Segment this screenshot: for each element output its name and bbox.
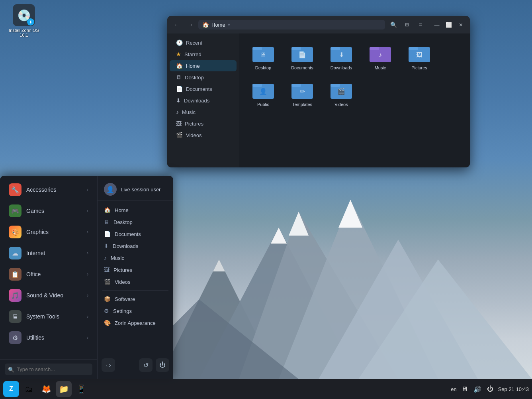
app-software-icon: 📦 xyxy=(104,296,111,302)
app-cat-systemtools[interactable]: 🖥 System Tools › xyxy=(2,306,95,327)
app-cat-graphics-chevron: › xyxy=(87,229,88,235)
app-search-input[interactable] xyxy=(5,364,92,375)
app-zorin-appearance[interactable]: 🎨 Zorin Appearance xyxy=(98,317,173,329)
fm-desktop-label: Desktop xyxy=(185,75,204,81)
app-cat-accessories-icon: 🔧 xyxy=(9,183,22,196)
app-menu-categories-panel: 🔧 Accessories › 🎮 Games › 🎨 Graphics › xyxy=(0,176,98,379)
fm-pictures-icon: 🖼 xyxy=(176,120,182,127)
app-user-name: Live session user xyxy=(121,187,160,193)
svg-text:🎬: 🎬 xyxy=(337,88,345,95)
fm-sidebar-music[interactable]: ♪ Music xyxy=(170,106,237,118)
fm-minimize-button[interactable]: — xyxy=(432,20,442,30)
fm-recent-icon: 🕐 xyxy=(176,39,183,46)
fm-sidebar-documents[interactable]: 📄 Documents xyxy=(170,83,237,94)
install-zorin-icon-image: 💿 ⬇ xyxy=(13,4,35,26)
app-session-button[interactable]: ⇨ xyxy=(102,358,115,372)
fm-folder-music[interactable]: ♪ Music xyxy=(362,40,398,73)
fm-folder-templates-label: Templates xyxy=(292,102,312,107)
fm-folder-downloads-icon: ⬇ xyxy=(330,43,353,64)
app-cat-soundvideo[interactable]: 🎵 Sound & Video › xyxy=(2,285,95,306)
app-cat-games-left: 🎮 Games xyxy=(9,204,44,217)
app-cat-graphics[interactable]: 🎨 Graphics › xyxy=(2,222,95,242)
fm-view-toggle-button[interactable]: ≡ xyxy=(415,19,426,30)
app-place-videos[interactable]: 🎬 Videos xyxy=(98,276,173,288)
app-menu-divider xyxy=(102,290,168,291)
app-menu: 🔧 Accessories › 🎮 Games › 🎨 Graphics › xyxy=(0,176,173,379)
fm-sidebar-recent[interactable]: 🕐 Recent xyxy=(170,37,237,48)
app-cat-office[interactable]: 📋 Office › xyxy=(2,264,95,285)
taskbar-power-button[interactable]: ⏻ xyxy=(485,384,495,394)
svg-text:⬇: ⬇ xyxy=(339,51,344,58)
fm-folder-videos[interactable]: 🎬 Videos xyxy=(323,77,359,110)
app-place-documents-icon: 📄 xyxy=(104,231,111,237)
fm-pictures-label: Pictures xyxy=(185,121,203,127)
taskbar-files-button[interactable]: 🗂 xyxy=(21,381,37,397)
fm-forward-button[interactable]: → xyxy=(185,19,196,30)
svg-rect-15 xyxy=(291,47,301,50)
svg-text:👤: 👤 xyxy=(259,88,267,95)
app-settings-icon: ⚙ xyxy=(104,308,109,314)
app-cat-games[interactable]: 🎮 Games › xyxy=(2,200,95,221)
app-cat-soundvideo-chevron: › xyxy=(87,293,88,298)
fm-location-bar[interactable]: 🏠 Home ▾ xyxy=(198,20,385,29)
fm-folder-documents[interactable]: 📄 Documents xyxy=(284,40,320,73)
fm-folder-public[interactable]: 👤 Public xyxy=(245,77,281,110)
app-place-downloads[interactable]: ⬇ Downloads xyxy=(98,240,173,252)
svg-rect-30 xyxy=(291,84,301,87)
app-cat-accessories[interactable]: 🔧 Accessories › xyxy=(2,179,95,200)
taskbar-sound-button[interactable]: 🔊 xyxy=(473,384,482,394)
app-system-software[interactable]: 📦 Software xyxy=(98,293,173,305)
taskbar-zorin-button[interactable]: Z xyxy=(3,381,19,397)
fm-starred-label: Starred xyxy=(184,51,201,57)
fm-folder-templates[interactable]: ✏ Templates xyxy=(284,77,320,110)
fm-sidebar-home[interactable]: 🏠 Home xyxy=(170,60,237,71)
taskbar-nautilus-button[interactable]: 📁 xyxy=(56,381,72,397)
app-place-music[interactable]: ♪ Music xyxy=(98,252,173,264)
app-place-home[interactable]: 🏠 Home xyxy=(98,204,173,216)
app-place-documents[interactable]: 📄 Documents xyxy=(98,228,173,240)
fm-search-button[interactable]: 🔍 xyxy=(387,19,399,30)
app-place-documents-label: Documents xyxy=(115,231,141,237)
fm-sidebar-starred[interactable]: ★ Starred xyxy=(170,49,237,60)
install-zorin-desktop-icon[interactable]: 💿 ⬇ Install Zorin OS 16.1 xyxy=(8,4,40,37)
fm-titlebar-actions: 🔍 ⊞ ≡ — ⬜ ✕ xyxy=(387,19,466,30)
fm-sidebar-pictures[interactable]: 🖼 Pictures xyxy=(170,118,237,129)
app-system-settings[interactable]: ⚙ Settings xyxy=(98,305,173,317)
app-cat-utilities[interactable]: ⚙ Utilities › xyxy=(2,327,95,348)
fm-documents-icon: 📄 xyxy=(176,86,183,92)
fm-folder-desktop[interactable]: 🖥 Desktop xyxy=(245,40,281,73)
fm-sidebar-videos[interactable]: 🎬 Videos xyxy=(170,130,237,141)
fm-back-button[interactable]: ← xyxy=(171,19,182,30)
app-cat-systemtools-chevron: › xyxy=(87,314,88,319)
app-cat-accessories-label: Accessories xyxy=(26,187,56,193)
fm-home-sidebar-label: Home xyxy=(186,63,200,69)
app-place-pictures[interactable]: 🖼 Pictures xyxy=(98,264,173,276)
app-cat-internet[interactable]: ☁ Internet › xyxy=(2,243,95,263)
fm-documents-label: Documents xyxy=(186,86,212,92)
fm-sidebar-downloads[interactable]: ⬇ Downloads xyxy=(170,95,237,106)
app-place-music-icon: ♪ xyxy=(104,255,107,261)
fm-folder-pictures[interactable]: 🖼 Pictures xyxy=(401,40,437,73)
app-refresh-button[interactable]: ↺ xyxy=(139,358,153,372)
taskbar-firefox-button[interactable]: 🦊 xyxy=(38,381,54,397)
fm-view-button[interactable]: ⊞ xyxy=(401,19,413,30)
file-manager-titlebar: ← → 🏠 Home ▾ 🔍 ⊞ ≡ — ⬜ ✕ xyxy=(167,16,470,33)
fm-sidebar: 🕐 Recent ★ Starred 🏠 Home 🖥 Desktop 📄 Do… xyxy=(167,33,239,167)
fm-close-button[interactable]: ✕ xyxy=(456,20,466,30)
fm-folder-videos-label: Videos xyxy=(334,102,348,107)
fm-home-sidebar-icon: 🏠 xyxy=(176,63,183,69)
app-power-button[interactable]: ⏻ xyxy=(156,358,169,372)
taskbar-lang[interactable]: en xyxy=(451,386,456,392)
fm-sidebar-desktop[interactable]: 🖥 Desktop xyxy=(170,72,237,83)
app-zorin-appearance-icon: 🎨 xyxy=(104,320,111,326)
taskbar-right: en 🖥 🔊 ⏻ Sep 21 10:43 xyxy=(451,384,529,394)
taskbar-connect-button[interactable]: 📱 xyxy=(73,381,89,397)
fm-maximize-button[interactable]: ⬜ xyxy=(444,20,454,30)
fm-folder-downloads[interactable]: ⬇ Downloads xyxy=(323,40,359,73)
fm-location-text: Home xyxy=(211,22,225,28)
svg-text:✏: ✏ xyxy=(300,88,305,95)
app-place-desktop[interactable]: 🖥 Desktop xyxy=(98,216,173,228)
taskbar-monitor-button[interactable]: 🖥 xyxy=(460,384,469,394)
fm-downloads-label: Downloads xyxy=(184,98,209,104)
svg-text:♪: ♪ xyxy=(379,51,382,58)
